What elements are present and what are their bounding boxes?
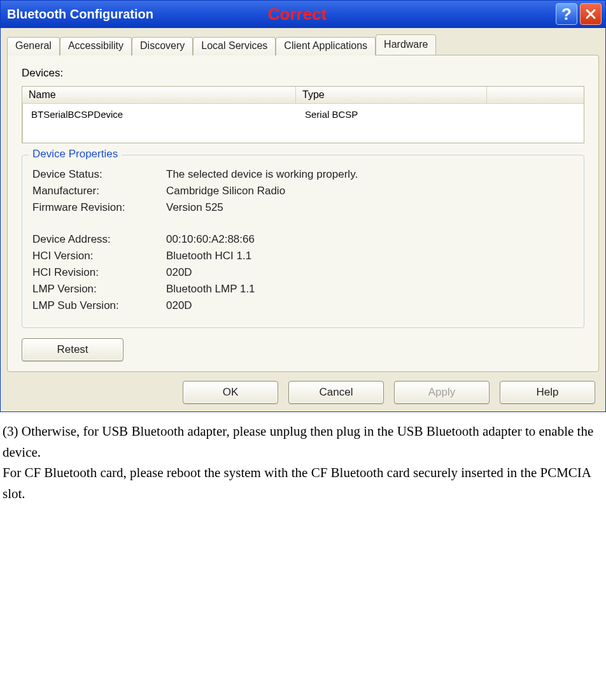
dialog-button-row: OK Cancel Apply Help [3,372,603,406]
window-title: Bluetooth Configuration [7,7,153,22]
tab-panel-hardware: Devices: Name Type BTSerialBCSPDevice Se… [7,55,599,372]
prop-manufacturer: Manufacturer: Cambridge Silicon Radio [32,185,574,197]
column-type[interactable]: Type [296,87,487,103]
prop-status-label: Device Status: [32,168,166,181]
device-list[interactable]: Name Type BTSerialBCSPDevice Serial BCSP [22,86,584,143]
retest-button[interactable]: Retest [22,338,123,361]
apply-button[interactable]: Apply [394,381,490,404]
prop-hci-version-label: HCI Version: [32,250,166,262]
prop-address-value: 00:10:60:A2:88:66 [166,233,255,246]
prop-lmp-version-value: Bluetooth LMP 1.1 [166,283,255,296]
prop-lmp-sub-value: 020D [166,299,192,312]
cancel-button[interactable]: Cancel [288,381,384,404]
device-list-header: Name Type [22,87,584,104]
retest-row: Retest [22,338,584,361]
prop-firmware-label: Firmware Revision: [32,201,166,214]
title-buttons: ? [556,3,602,25]
prop-firmware-value: Version 525 [166,201,223,214]
table-row[interactable]: BTSerialBCSPDevice Serial BCSP [22,104,584,143]
correct-annotation: Correct [268,4,327,24]
title-bar: Bluetooth Configuration Correct ? [0,0,606,28]
device-name: BTSerialBCSPDevice [22,108,296,121]
group-legend: Device Properties [29,148,122,161]
tab-accessibility[interactable]: Accessibility [60,37,132,55]
instruction-line-1: (3) Otherwise, for USB Bluetooth adapter… [3,421,602,462]
prop-address: Device Address: 00:10:60:A2:88:66 [32,233,574,246]
prop-hci-revision-label: HCI Revision: [32,266,166,279]
instruction-text: (3) Otherwise, for USB Bluetooth adapter… [0,412,606,510]
help-button[interactable]: Help [500,381,595,404]
ok-button[interactable]: OK [183,381,278,404]
prop-hci-version: HCI Version: Bluetooth HCI 1.1 [32,250,574,262]
help-icon[interactable]: ? [556,3,577,25]
prop-hci-revision-value: 020D [166,266,192,279]
prop-lmp-sub: LMP Sub Version: 020D [32,299,574,312]
prop-status-value: The selected device is working properly. [166,168,358,181]
prop-lmp-version: LMP Version: Bluetooth LMP 1.1 [32,283,574,296]
prop-lmp-version-label: LMP Version: [32,283,166,296]
device-type: Serial BCSP [296,108,487,121]
close-icon[interactable] [580,3,602,25]
tab-local-services[interactable]: Local Services [193,37,276,55]
prop-firmware: Firmware Revision: Version 525 [32,201,574,214]
prop-manufacturer-label: Manufacturer: [32,185,166,197]
tab-client-applications[interactable]: Client Applications [276,37,376,55]
prop-lmp-sub-label: LMP Sub Version: [32,299,166,312]
tab-hardware[interactable]: Hardware [376,34,436,55]
tab-discovery[interactable]: Discovery [132,37,193,55]
devices-heading: Devices: [22,67,588,80]
device-properties-group: Device Properties Device Status: The sel… [22,155,584,328]
prop-status: Device Status: The selected device is wo… [32,168,574,181]
prop-hci-revision: HCI Revision: 020D [32,266,574,279]
tab-general[interactable]: General [7,37,60,55]
column-name[interactable]: Name [22,87,296,103]
prop-address-label: Device Address: [32,233,166,246]
prop-manufacturer-value: Cambridge Silicon Radio [166,185,285,197]
dialog-body: General Accessibility Discovery Local Se… [0,28,606,412]
tab-strip: General Accessibility Discovery Local Se… [3,28,603,55]
prop-hci-version-value: Bluetooth HCI 1.1 [166,250,251,262]
instruction-line-2: For CF Bluetooth card, please reboot the… [3,462,602,504]
